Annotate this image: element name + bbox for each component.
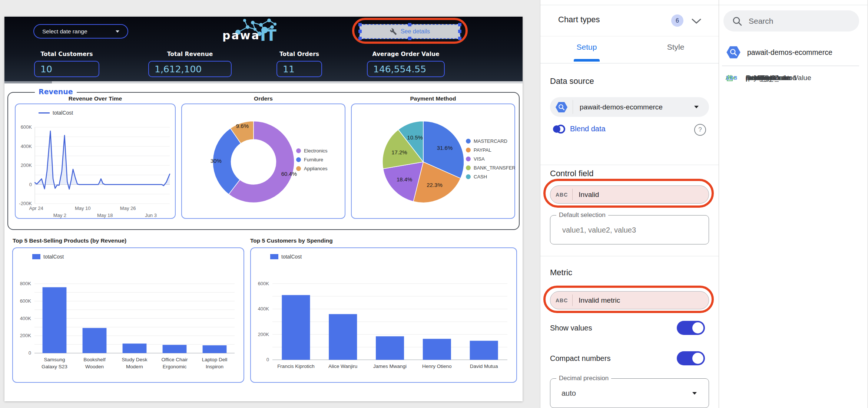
top-products-bar-chart[interactable]: totalCost 0200K400K600K800KSamsungGalaxy… <box>12 247 244 383</box>
report-page: Select date range pawa <box>4 17 523 401</box>
svg-text:Apr 24: Apr 24 <box>29 205 43 211</box>
legend-square-swatch <box>270 254 278 259</box>
svg-text:30%: 30% <box>211 158 222 164</box>
legend-label: CASH <box>474 174 487 180</box>
svg-text:May 18: May 18 <box>97 213 113 218</box>
legend-label: MASTERCARD <box>474 138 507 144</box>
field-item[interactable]: 123Record Count <box>719 69 868 87</box>
legend-label: totalCost <box>43 254 64 260</box>
legend-item: VISA <box>466 156 516 162</box>
chart-types-heading: Chart types <box>558 15 600 24</box>
help-icon[interactable]: ? <box>694 124 706 136</box>
chevron-down-icon[interactable] <box>692 19 701 24</box>
bar-chart-plot: 0200K400K600K800KSamsungGalaxy S23Booksh… <box>14 265 243 381</box>
svg-text:9.6%: 9.6% <box>236 123 249 129</box>
tab-style[interactable]: Style <box>661 43 690 52</box>
blend-data-link[interactable]: Blend data <box>570 125 606 133</box>
revenue-over-time-chart[interactable]: totalCost -200K0200K400K600KApr 24May 2M… <box>15 103 176 219</box>
svg-text:Alice Wanjiru: Alice Wanjiru <box>328 363 357 369</box>
pawait-logo: pawa IT <box>222 17 300 43</box>
show-values-toggle[interactable] <box>677 321 705 335</box>
svg-text:600K: 600K <box>21 124 32 130</box>
chart-title: Payment Method <box>351 95 515 102</box>
legend-item: Furniture <box>296 157 328 162</box>
svg-text:Office ChairErgonomic: Office ChairErgonomic <box>161 357 188 369</box>
field-type-badge: ABC <box>556 297 568 303</box>
chart-title: Top 5 Customers by Spending <box>250 237 333 244</box>
properties-panel: Chart types 6 Setup Style Data source pa… <box>540 0 719 408</box>
data-source-row[interactable]: pawait-demos-ecommerce <box>726 45 832 59</box>
compact-numbers-label: Compact numbers <box>550 354 610 363</box>
svg-text:Jun 3: Jun 3 <box>145 213 157 218</box>
chevron-down-icon <box>116 30 119 33</box>
svg-text:BookshelfWooden: BookshelfWooden <box>83 357 106 369</box>
svg-text:800K: 800K <box>20 281 32 286</box>
metric-chip[interactable]: ABC Invalid metric <box>550 291 709 309</box>
legend-item: MASTERCARD <box>466 138 516 144</box>
legend-label: Electronics <box>304 148 328 154</box>
bigquery-icon <box>726 45 741 59</box>
field-type-badge: ABC <box>556 192 568 198</box>
see-details-label: See details <box>401 28 430 35</box>
bigquery-icon <box>555 101 568 113</box>
default-selection-field[interactable]: Default selection <box>550 215 709 244</box>
svg-text:Laptop DellInspiron: Laptop DellInspiron <box>202 357 227 369</box>
kpi-label: Average Order Value <box>367 51 445 57</box>
legend-item: Electronics <box>296 148 328 154</box>
wrench-icon <box>390 28 397 35</box>
date-range-control[interactable]: Select date range <box>33 24 128 39</box>
compact-numbers-toggle[interactable] <box>677 351 705 365</box>
bar-chart-plot: 0200K400K600KFrancis KiprotichAlice Wanj… <box>252 265 516 381</box>
svg-text:SamsungGalaxy S23: SamsungGalaxy S23 <box>42 357 67 369</box>
line-chart-plot: -200K0200K400K600KApr 24May 2May 10May 1… <box>16 120 175 217</box>
payment-method-pie-chart[interactable]: 31.6%22.3%18.4%17.2%10.5% MASTERCARDPAYP… <box>351 103 515 219</box>
default-selection-input[interactable] <box>561 225 689 234</box>
field-search[interactable] <box>723 10 859 32</box>
data-source-selector[interactable]: pawait-demos-ecommerce <box>550 97 709 117</box>
looker-studio-editor: Select date range pawa <box>0 0 868 408</box>
dropdown-caret-icon <box>694 106 699 108</box>
chart-title: Revenue Over Time <box>15 95 176 102</box>
default-selection-label: Default selection <box>556 211 608 219</box>
kpi-total-customers[interactable]: Total Customers 10 <box>34 51 99 77</box>
header-scrollbar[interactable] <box>4 81 523 83</box>
legend-dot <box>296 148 301 153</box>
control-field-chip[interactable]: ABC Invalid <box>550 185 709 204</box>
field-name: Record Count <box>746 74 789 82</box>
top-customers-bar-chart[interactable]: totalCost 0200K400K600KFrancis Kiprotich… <box>250 247 517 383</box>
svg-text:0: 0 <box>266 357 269 362</box>
orders-donut-chart[interactable]: 60.4%30%9.6% ElectronicsFurnitureApplian… <box>181 103 345 219</box>
dropdown-caret-icon <box>692 392 697 395</box>
number-field-icon: 123 <box>726 75 738 81</box>
metric-heading: Metric <box>550 268 572 277</box>
kpi-total-orders[interactable]: Total Orders 11 <box>276 51 322 77</box>
svg-text:Francis Kiprotich: Francis Kiprotich <box>277 363 315 369</box>
kpi-total-revenue[interactable]: Total Revenue 1,612,100 <box>148 51 232 77</box>
svg-text:31.6%: 31.6% <box>437 145 453 151</box>
legend-dot <box>466 148 471 152</box>
search-icon <box>732 16 742 26</box>
svg-text:David Mutua: David Mutua <box>470 363 498 369</box>
legend-line-swatch <box>39 112 50 113</box>
donut-legend: ElectronicsFurnitureAppliances <box>296 148 328 171</box>
logo-text-it: IT <box>260 29 276 42</box>
data-fields-panel: pawait-demos-ecommerce ABCcategoryABCcus… <box>719 0 868 408</box>
svg-text:0: 0 <box>29 182 32 187</box>
legend-dot <box>296 157 301 162</box>
logo-text-pawa: pawa <box>222 29 260 42</box>
kpi-value: 10 <box>35 64 52 75</box>
legend-dot <box>466 165 471 170</box>
revenue-tab-label[interactable]: Revenue <box>35 88 77 96</box>
legend-label: Furniture <box>304 157 323 162</box>
tab-setup[interactable]: Setup <box>572 43 602 52</box>
blend-data-icon <box>552 124 566 134</box>
kpi-value: 1,612,100 <box>149 64 202 75</box>
decimal-precision-select[interactable]: Decimal precision auto <box>550 378 709 408</box>
kpi-average-order-value[interactable]: Average Order Value 146,554.55 <box>367 51 445 77</box>
svg-text:200K: 200K <box>20 333 32 338</box>
search-input[interactable] <box>748 16 842 26</box>
legend-item: BANK_TRANSFER <box>466 165 516 171</box>
see-details-button[interactable]: See details <box>360 24 460 39</box>
legend-dot <box>466 157 471 161</box>
svg-text:400K: 400K <box>20 316 32 321</box>
